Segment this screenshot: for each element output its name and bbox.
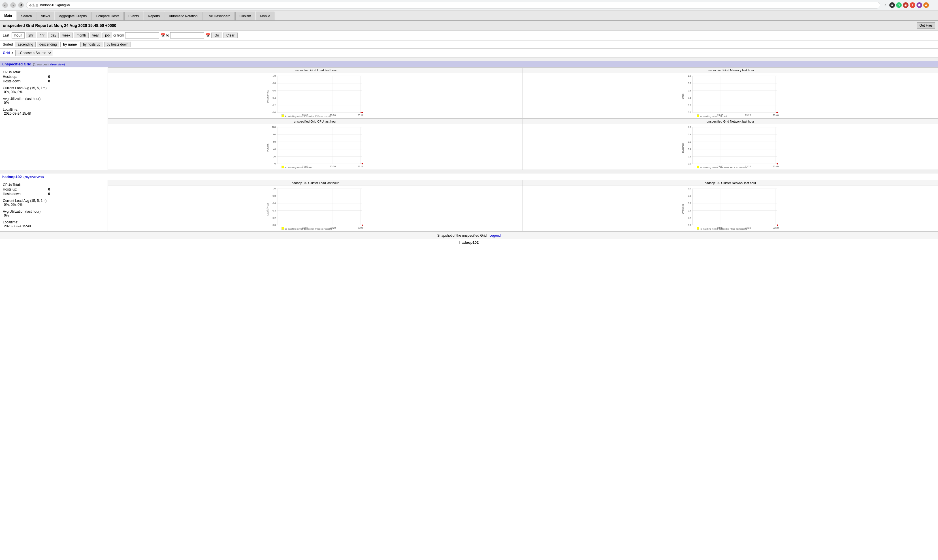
svg-marker-68	[362, 163, 363, 165]
unspecified-cpu-graph-area: 100 80 60 40 20 0 23:00 23:20 23:40 Perc…	[108, 124, 522, 169]
hadoop-cluster-graphs: hadoop102 Cluster Load last hour	[108, 180, 938, 231]
time-btn-4hr[interactable]: 4hr	[37, 32, 47, 38]
unspecified-network-graph-cell: unspecified Grid Network last hour	[523, 118, 938, 170]
reload-button[interactable]: ↺	[18, 2, 24, 8]
extension-icon-1[interactable]: ■	[889, 2, 895, 8]
unspecified-network-graph-svg: 1.0 0.8 0.6 0.4 0.2 0.0 23:00 23:20 23:4…	[523, 124, 938, 169]
sort-ascending[interactable]: ascending	[15, 42, 36, 47]
header-bar: unspecified Grid Report at Mon, 24 Aug 2…	[0, 21, 938, 31]
tab-autorotation[interactable]: Automatic Rotation	[165, 12, 202, 20]
get-fresh-button[interactable]: Get Fres	[917, 22, 935, 29]
svg-text:0.6: 0.6	[688, 141, 691, 143]
unspecified-load-graph-cell: unspecified Grid Load last hour	[108, 68, 523, 118]
svg-text:No matching metrics detected: No matching metrics detected	[285, 166, 312, 169]
localtime-value: 2020-08-24 15:48	[4, 112, 105, 115]
svg-text:23:40: 23:40	[773, 227, 779, 229]
snapshot-text: Snapshot of the unspecified Grid	[437, 234, 487, 237]
sort-byhostsdown[interactable]: by hosts down	[104, 42, 131, 47]
svg-text:0.4: 0.4	[273, 209, 276, 212]
time-btn-week[interactable]: week	[60, 32, 73, 38]
nav-tabs: Main Search Views Aggregate Graphs Compa…	[0, 11, 938, 21]
svg-text:0.0: 0.0	[688, 224, 691, 226]
svg-text:23:40: 23:40	[358, 227, 363, 229]
hadoop-load-avg-value: 0%, 0%, 0%	[4, 203, 105, 207]
time-btn-hour[interactable]: hour	[12, 32, 25, 38]
extension-icon-2[interactable]: S	[896, 2, 902, 8]
unspecified-cpu-graph-svg: 100 80 60 40 20 0 23:00 23:20 23:40 Perc…	[108, 124, 522, 169]
svg-text:0.4: 0.4	[688, 97, 691, 99]
sort-byhostsup[interactable]: by hosts up	[80, 42, 103, 47]
svg-text:Loads/Procs: Loads/Procs	[266, 203, 269, 216]
source-select[interactable]: --Choose a Source	[15, 50, 52, 56]
time-btn-year[interactable]: year	[90, 32, 102, 38]
hadoop-avg-util-block: Avg Utilization (last hour): 0%	[3, 209, 105, 217]
sort-descending[interactable]: descending	[37, 42, 59, 47]
hadoop-load-graph-cell: hadoop102 Cluster Load last hour	[108, 180, 523, 231]
time-btn-2hr[interactable]: 2hr	[26, 32, 36, 38]
time-btn-day[interactable]: day	[48, 32, 59, 38]
back-button[interactable]: ←	[2, 2, 8, 8]
or-from-label: or from	[113, 34, 124, 37]
tab-live[interactable]: Live Dashboard	[202, 12, 235, 20]
star-icon[interactable]: ☆	[883, 2, 888, 8]
from-input[interactable]	[125, 32, 159, 38]
tab-aggregate[interactable]: Aggregate Graphs	[55, 12, 91, 20]
clear-button[interactable]: Clear	[223, 32, 238, 38]
tab-views[interactable]: Views	[37, 12, 54, 20]
to-input[interactable]	[170, 32, 204, 38]
tab-reports[interactable]: Reports	[143, 12, 164, 20]
extension-icon-6[interactable]: ☻	[923, 2, 929, 8]
page-footer: Snapshot of the unspecified Grid | Legen…	[0, 232, 938, 239]
svg-text:0.0: 0.0	[273, 224, 276, 226]
unspecified-cluster-header: unspecified Grid (1 sources) (tree view)	[0, 61, 938, 68]
unspecified-tree-view-link[interactable]: (tree view)	[51, 63, 65, 66]
sort-bar: Sorted ascending descending by name by h…	[0, 40, 938, 49]
menu-icon[interactable]: ⋮	[930, 2, 936, 8]
calendar-icon-to[interactable]: 📅	[205, 33, 210, 38]
time-btn-month[interactable]: month	[74, 32, 88, 38]
hadoop-localtime-label: Localtime:	[3, 220, 105, 224]
svg-rect-70	[282, 166, 284, 168]
hadoop-load-avg-label: Current Load Avg (15, 5, 1m):	[3, 199, 105, 203]
extension-icon-5[interactable]: ⬟	[916, 2, 922, 8]
tab-mobile[interactable]: Mobile	[256, 12, 274, 20]
hadoop-load-graph-svg: 1.0 0.8 0.6 0.4 0.2 0.0 23:00 23:20 23:4…	[108, 186, 522, 231]
tab-events[interactable]: Events	[124, 12, 143, 20]
svg-text:0.4: 0.4	[688, 209, 691, 212]
hadoop-cpus-total-label: CPUs Total:	[3, 183, 31, 187]
extension-icon-4[interactable]: A	[910, 2, 915, 8]
unspecified-cluster-name[interactable]: unspecified Grid	[2, 62, 31, 66]
svg-text:0.0: 0.0	[688, 111, 691, 114]
svg-text:1.0: 1.0	[273, 75, 276, 77]
sort-byname[interactable]: by name	[60, 42, 79, 47]
legend-link[interactable]: Legend	[490, 234, 501, 237]
svg-marker-44	[777, 112, 778, 113]
footer-host: hadoop102	[0, 239, 938, 246]
svg-text:No matching metrics detected: No matching metrics detected	[700, 115, 727, 117]
hadoop-cluster-body: CPUs Total: Hosts up: 0 Hosts down: 0 Cu…	[0, 180, 938, 232]
tab-main[interactable]: Main	[0, 11, 16, 20]
unspecified-cluster-graphs: unspecified Grid Load last hour	[108, 68, 938, 170]
tab-compare[interactable]: Compare Hosts	[91, 12, 123, 20]
svg-text:23:40: 23:40	[358, 114, 363, 117]
time-btn-job[interactable]: job	[103, 32, 112, 38]
grid-link[interactable]: Grid	[3, 51, 10, 55]
go-button[interactable]: Go	[211, 32, 222, 38]
hosts-up-value: 0	[48, 75, 50, 79]
address-bar[interactable]: 不安全 hadoop102/ganglia/	[26, 2, 880, 9]
extension-icon-3[interactable]: ◉	[903, 2, 909, 8]
hadoop-cluster-name[interactable]: hadoop102	[2, 175, 22, 179]
tab-cubism[interactable]: Cubism	[236, 12, 256, 20]
hadoop-hosts-up-label: Hosts up:	[3, 188, 31, 191]
svg-text:20: 20	[273, 155, 276, 158]
calendar-icon-from[interactable]: 📅	[160, 33, 165, 38]
load-avg-block: Current Load Avg (15, 5, 1m): 0%, 0%, 0%	[3, 86, 105, 94]
tab-search[interactable]: Search	[17, 12, 36, 20]
svg-text:0.8: 0.8	[273, 195, 276, 197]
forward-button[interactable]: →	[10, 2, 16, 8]
hadoop-physical-view-link[interactable]: (physical view)	[23, 175, 44, 178]
svg-text:0.0: 0.0	[688, 163, 691, 165]
hadoop-hosts-down-row: Hosts down: 0	[3, 192, 105, 196]
hadoop-avg-util-value: 0%	[4, 214, 105, 217]
svg-text:Bytes: Bytes	[682, 94, 684, 99]
